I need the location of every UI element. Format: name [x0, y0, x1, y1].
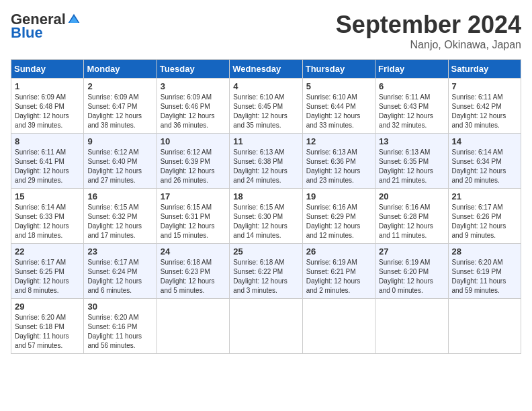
sunset-text: Sunset: 6:26 PM: [452, 213, 502, 220]
day-info: Sunrise: 6:13 AMSunset: 6:35 PMDaylight:…: [379, 148, 444, 185]
day-number: 20: [379, 191, 444, 201]
sunset-text: Sunset: 6:47 PM: [87, 103, 137, 110]
daylight-text: Daylight: 12 hours and 24 minutes.: [233, 167, 287, 184]
calendar-cell: 6Sunrise: 6:11 AMSunset: 6:43 PMDaylight…: [375, 79, 448, 134]
sunrise-text: Sunrise: 6:09 AM: [87, 93, 138, 101]
day-number: 10: [161, 136, 226, 146]
day-number: 17: [161, 191, 226, 201]
calendar-cell: 26Sunrise: 6:19 AMSunset: 6:21 PMDayligh…: [302, 244, 375, 299]
calendar-cell: [302, 299, 375, 354]
sunrise-text: Sunrise: 6:20 AM: [452, 259, 503, 266]
day-number: 26: [306, 246, 371, 257]
calendar-cell: 21Sunrise: 6:17 AMSunset: 6:26 PMDayligh…: [448, 189, 521, 244]
logo: General Blue: [11, 11, 81, 42]
sunrise-text: Sunrise: 6:15 AM: [87, 203, 138, 211]
sunrise-text: Sunrise: 6:11 AM: [379, 93, 430, 101]
sunrise-text: Sunrise: 6:13 AM: [306, 148, 357, 156]
day-number: 18: [233, 191, 298, 201]
calendar-cell: 20Sunrise: 6:16 AMSunset: 6:28 PMDayligh…: [375, 189, 448, 244]
daylight-text: Daylight: 12 hours and 15 minutes.: [161, 222, 215, 239]
sunset-text: Sunset: 6:33 PM: [15, 213, 64, 220]
sunrise-text: Sunrise: 6:18 AM: [233, 259, 284, 266]
sunset-text: Sunset: 6:29 PM: [306, 213, 356, 220]
sunrise-text: Sunrise: 6:17 AM: [15, 259, 66, 266]
sunset-text: Sunset: 6:25 PM: [15, 268, 64, 275]
day-info: Sunrise: 6:18 AMSunset: 6:22 PMDaylight:…: [233, 258, 298, 295]
day-number: 13: [379, 136, 444, 146]
daylight-text: Daylight: 12 hours and 20 minutes.: [452, 167, 506, 184]
sunset-text: Sunset: 6:48 PM: [15, 103, 64, 110]
calendar-cell: [230, 299, 302, 354]
calendar-week-row: 29Sunrise: 6:20 AMSunset: 6:18 PMDayligh…: [11, 299, 521, 354]
day-header-sunday: Sunday: [11, 60, 84, 79]
sunrise-text: Sunrise: 6:13 AM: [233, 148, 284, 156]
location: Nanjo, Okinawa, Japan: [336, 39, 521, 51]
sunset-text: Sunset: 6:44 PM: [306, 103, 356, 110]
sunrise-text: Sunrise: 6:18 AM: [161, 259, 212, 266]
day-number: 30: [87, 302, 152, 312]
sunset-text: Sunset: 6:19 PM: [452, 268, 502, 275]
daylight-text: Daylight: 12 hours and 11 minutes.: [379, 222, 433, 239]
day-info: Sunrise: 6:20 AMSunset: 6:19 PMDaylight:…: [452, 258, 517, 295]
sunrise-text: Sunrise: 6:15 AM: [233, 203, 284, 211]
day-info: Sunrise: 6:17 AMSunset: 6:26 PMDaylight:…: [452, 203, 517, 240]
calendar-cell: 24Sunrise: 6:18 AMSunset: 6:23 PMDayligh…: [157, 244, 229, 299]
sunrise-text: Sunrise: 6:16 AM: [379, 203, 430, 211]
sunset-text: Sunset: 6:23 PM: [161, 268, 210, 275]
sunset-text: Sunset: 6:38 PM: [233, 158, 283, 165]
sunrise-text: Sunrise: 6:16 AM: [306, 203, 357, 211]
day-number: 19: [306, 191, 371, 201]
calendar-week-row: 8Sunrise: 6:11 AMSunset: 6:41 PMDaylight…: [11, 134, 521, 189]
day-info: Sunrise: 6:15 AMSunset: 6:32 PMDaylight:…: [87, 203, 152, 240]
daylight-text: Daylight: 12 hours and 5 minutes.: [161, 277, 215, 294]
calendar-cell: 18Sunrise: 6:15 AMSunset: 6:30 PMDayligh…: [230, 189, 302, 244]
day-number: 3: [161, 81, 226, 91]
daylight-text: Daylight: 12 hours and 32 minutes.: [379, 112, 433, 129]
daylight-text: Daylight: 12 hours and 17 minutes.: [87, 222, 142, 239]
daylight-text: Daylight: 12 hours and 8 minutes.: [15, 277, 69, 294]
calendar-cell: 23Sunrise: 6:17 AMSunset: 6:24 PMDayligh…: [84, 244, 157, 299]
sunset-text: Sunset: 6:16 PM: [87, 323, 137, 330]
day-number: 5: [306, 81, 371, 91]
day-number: 24: [161, 246, 226, 257]
sunset-text: Sunset: 6:40 PM: [87, 158, 137, 165]
daylight-text: Daylight: 12 hours and 27 minutes.: [87, 167, 142, 184]
sunrise-text: Sunrise: 6:17 AM: [452, 203, 503, 211]
calendar-cell: 27Sunrise: 6:19 AMSunset: 6:20 PMDayligh…: [375, 244, 448, 299]
sunset-text: Sunset: 6:24 PM: [87, 268, 137, 275]
day-number: 8: [15, 136, 80, 146]
day-info: Sunrise: 6:19 AMSunset: 6:21 PMDaylight:…: [306, 258, 371, 295]
month-title: September 2024: [336, 11, 521, 39]
daylight-text: Daylight: 12 hours and 39 minutes.: [15, 112, 69, 129]
day-header-saturday: Saturday: [448, 60, 521, 79]
daylight-text: Daylight: 12 hours and 30 minutes.: [452, 112, 506, 129]
day-number: 22: [15, 246, 80, 257]
day-number: 21: [452, 191, 517, 201]
sunset-text: Sunset: 6:28 PM: [379, 213, 429, 220]
day-info: Sunrise: 6:14 AMSunset: 6:34 PMDaylight:…: [452, 148, 517, 185]
daylight-text: Daylight: 12 hours and 38 minutes.: [87, 112, 142, 129]
sunrise-text: Sunrise: 6:09 AM: [15, 93, 66, 101]
calendar-cell: 3Sunrise: 6:09 AMSunset: 6:46 PMDaylight…: [157, 79, 229, 134]
sunrise-text: Sunrise: 6:09 AM: [161, 93, 212, 101]
sunset-text: Sunset: 6:36 PM: [306, 158, 356, 165]
sunset-text: Sunset: 6:32 PM: [87, 213, 137, 220]
daylight-text: Daylight: 12 hours and 18 minutes.: [15, 222, 69, 239]
sunset-text: Sunset: 6:21 PM: [306, 268, 356, 275]
sunrise-text: Sunrise: 6:11 AM: [15, 148, 66, 156]
calendar-week-row: 22Sunrise: 6:17 AMSunset: 6:25 PMDayligh…: [11, 244, 521, 299]
day-info: Sunrise: 6:11 AMSunset: 6:43 PMDaylight:…: [379, 93, 444, 130]
day-info: Sunrise: 6:11 AMSunset: 6:41 PMDaylight:…: [15, 148, 80, 185]
calendar-cell: 7Sunrise: 6:11 AMSunset: 6:42 PMDaylight…: [448, 79, 521, 134]
day-number: 14: [452, 136, 517, 146]
calendar-cell: 12Sunrise: 6:13 AMSunset: 6:36 PMDayligh…: [302, 134, 375, 189]
sunset-text: Sunset: 6:43 PM: [379, 103, 429, 110]
sunrise-text: Sunrise: 6:12 AM: [161, 148, 212, 156]
sunset-text: Sunset: 6:45 PM: [233, 103, 283, 110]
calendar-cell: 25Sunrise: 6:18 AMSunset: 6:22 PMDayligh…: [230, 244, 302, 299]
sunrise-text: Sunrise: 6:20 AM: [15, 314, 66, 321]
day-header-friday: Friday: [375, 60, 448, 79]
day-number: 16: [87, 191, 152, 201]
calendar-cell: 8Sunrise: 6:11 AMSunset: 6:41 PMDaylight…: [11, 134, 84, 189]
calendar-cell: 29Sunrise: 6:20 AMSunset: 6:18 PMDayligh…: [11, 299, 84, 354]
